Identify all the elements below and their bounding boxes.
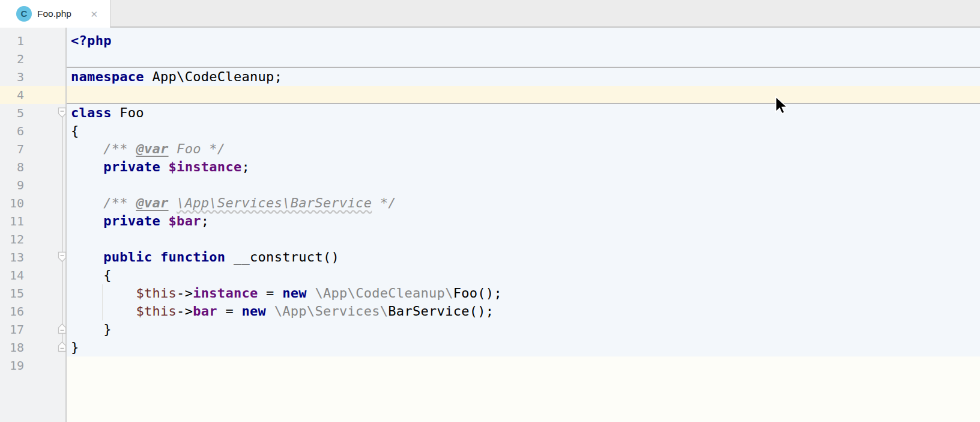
code-token: \App\Services\BarService: [177, 195, 372, 210]
line-number-text: 19: [0, 356, 24, 375]
code-token: [307, 286, 315, 301]
line-number[interactable]: 4: [0, 86, 65, 104]
fold-collapse-end-icon[interactable]: [58, 341, 67, 352]
line-number-text: 17: [0, 320, 24, 338]
code-token: ->: [177, 286, 193, 301]
code-token: instance: [193, 286, 258, 301]
code-line[interactable]: private $bar;: [67, 212, 980, 230]
mouse-pointer-icon: [774, 96, 788, 115]
code-token: }: [71, 322, 112, 337]
code-token: public: [103, 249, 152, 265]
code-line[interactable]: namespace App\CodeCleanup;: [67, 68, 980, 86]
line-number-text: 5: [0, 104, 24, 122]
line-number[interactable]: 7: [0, 140, 65, 158]
code-token: new: [241, 304, 266, 319]
line-number[interactable]: 2: [0, 50, 65, 68]
line-number[interactable]: 13: [0, 248, 65, 266]
line-number-text: 13: [0, 248, 24, 266]
code-line[interactable]: [67, 176, 980, 194]
code-line[interactable]: <?php: [67, 32, 980, 50]
code-token: ->: [177, 304, 193, 319]
code-line[interactable]: [67, 230, 980, 248]
line-number[interactable]: 9: [0, 176, 65, 194]
fold-collapse-icon[interactable]: [58, 251, 67, 262]
code-token: \App\CodeCleanup\: [315, 286, 453, 301]
line-number[interactable]: 16: [0, 302, 65, 320]
line-number[interactable]: 8: [0, 158, 65, 176]
code-token: private: [103, 213, 160, 228]
line-number-text: 14: [0, 266, 24, 284]
code-token: [169, 195, 177, 210]
tab-foo-php[interactable]: C Foo.php ✕: [0, 0, 110, 28]
code-token: $this: [136, 304, 177, 319]
indent-guide: [102, 284, 103, 320]
fold-collapse-icon[interactable]: [58, 107, 67, 118]
code-token: [71, 304, 136, 319]
code-token: <?php: [71, 33, 112, 48]
code-token: [71, 249, 103, 265]
code-line[interactable]: [67, 356, 980, 375]
code-line[interactable]: [67, 86, 980, 104]
code-line[interactable]: $this->bar = new \App\Services\BarServic…: [67, 302, 980, 320]
code-line[interactable]: class Foo: [67, 104, 980, 122]
code-token: Foo */: [169, 141, 226, 156]
line-number[interactable]: 15: [0, 284, 65, 302]
code-token: ;: [201, 213, 210, 228]
code-line[interactable]: private $instance;: [67, 158, 980, 176]
line-number-text: 8: [0, 158, 24, 176]
line-number-text: 3: [0, 68, 24, 86]
code-token: @var: [136, 195, 168, 210]
tab-title: Foo.php: [37, 8, 71, 19]
code-line[interactable]: [67, 50, 980, 68]
editor-tab-bar: C Foo.php ✕: [0, 0, 980, 28]
line-number[interactable]: 12: [0, 230, 65, 248]
line-number[interactable]: 6: [0, 122, 65, 140]
line-number[interactable]: 19: [0, 356, 65, 375]
line-number[interactable]: 14: [0, 266, 65, 284]
line-number[interactable]: 17: [0, 320, 65, 338]
code-line[interactable]: {: [67, 266, 980, 284]
code-token: bar: [193, 304, 217, 319]
close-tab-icon[interactable]: ✕: [90, 10, 98, 19]
code-token: {: [71, 268, 112, 283]
line-number-text: 18: [0, 338, 24, 356]
code-line[interactable]: /** @var \App\Services\BarService */: [67, 194, 980, 212]
line-number-text: 12: [0, 230, 24, 248]
code-token: =: [258, 286, 283, 301]
line-number[interactable]: 11: [0, 212, 65, 230]
code-token: new: [282, 286, 307, 301]
code-token: }: [71, 340, 79, 355]
code-token: BarService();: [388, 304, 494, 319]
editor-workspace: 12345678910111213141516171819 <?phpnames…: [0, 28, 980, 422]
line-number[interactable]: 18: [0, 338, 65, 356]
code-line[interactable]: public function __construct(): [67, 248, 980, 266]
line-number-text: 15: [0, 284, 24, 302]
line-number[interactable]: 3: [0, 68, 65, 86]
code-line[interactable]: /** @var Foo */: [67, 140, 980, 158]
code-token: namespace: [71, 69, 144, 84]
code-line[interactable]: {: [67, 122, 980, 140]
code-token: Foo();: [453, 286, 502, 301]
code-token: /**: [71, 141, 136, 156]
php-class-icon: C: [16, 6, 32, 22]
code-token: App\CodeCleanup;: [144, 69, 282, 84]
line-number[interactable]: 1: [0, 32, 65, 50]
line-number[interactable]: 10: [0, 194, 65, 212]
code-token: class: [71, 105, 112, 120]
fold-collapse-end-icon[interactable]: [58, 323, 67, 334]
code-token: Foo: [112, 105, 144, 120]
code-line[interactable]: }: [67, 338, 980, 356]
code-token: \App\Services\: [274, 304, 389, 319]
line-number-text: 1: [0, 32, 24, 50]
code-token: __construct(): [225, 249, 339, 265]
code-token: {: [71, 123, 79, 138]
code-token: $this: [136, 286, 177, 301]
line-number[interactable]: 5: [0, 104, 65, 122]
code-token: @var: [136, 141, 168, 156]
code-editor-area[interactable]: <?phpnamespace App\CodeCleanup;class Foo…: [67, 28, 980, 422]
code-line[interactable]: }: [67, 320, 980, 338]
code-token: $bar: [169, 213, 201, 228]
code-token: $instance: [169, 159, 242, 174]
editor-gutter: 12345678910111213141516171819: [0, 28, 67, 422]
code-line[interactable]: $this->instance = new \App\CodeCleanup\F…: [67, 284, 980, 302]
